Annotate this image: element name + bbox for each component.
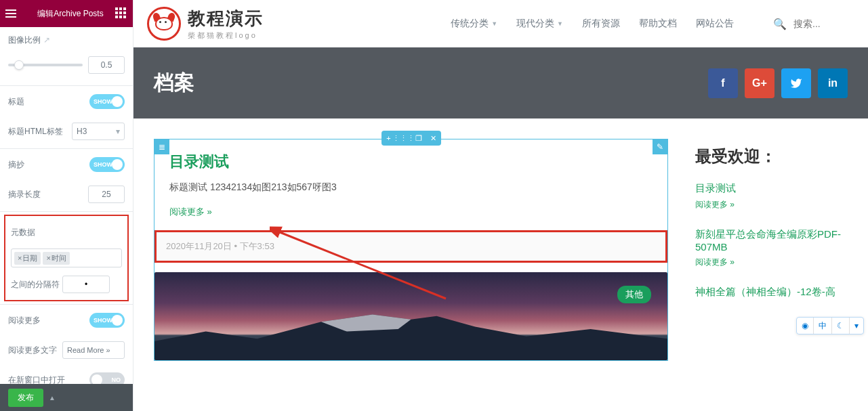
excerpt-len-input[interactable] bbox=[88, 186, 125, 203]
duplicate-section-icon[interactable]: ❐ bbox=[411, 131, 426, 146]
banner-title: 档案 bbox=[154, 69, 708, 97]
popular-link-1[interactable]: 新刻星平总会命海全编原彩PDF-507MB bbox=[695, 228, 848, 253]
logo-main-text: 教程演示 bbox=[188, 7, 264, 30]
nav-traditional[interactable]: 传统分类▼ bbox=[451, 18, 497, 30]
meta-tag-time[interactable]: 时间 bbox=[43, 252, 69, 265]
chevron-down-icon: ▼ bbox=[491, 20, 497, 27]
meta-section-highlight: 元数据 日期 时间 之间的分隔符 bbox=[4, 215, 129, 301]
title-tag-select[interactable]: H3 bbox=[72, 123, 125, 140]
ime-caret-icon[interactable]: ▾ bbox=[850, 318, 863, 334]
logo-sub-text: 柴都猫教程logo bbox=[188, 30, 264, 41]
publish-caret-icon[interactable]: ▲ bbox=[49, 394, 56, 402]
archive-widget[interactable]: ≣ ✎ 目录测试 标题测试 12342134如图213如567呀图3 阅读更多 … bbox=[154, 139, 668, 361]
read-more-link[interactable]: 阅读更多 » bbox=[169, 206, 653, 218]
new-window-label: 在新窗口中打开 bbox=[8, 374, 65, 385]
apps-icon[interactable] bbox=[115, 7, 127, 20]
linkedin-button[interactable]: in bbox=[818, 68, 848, 98]
close-section-icon[interactable]: ✕ bbox=[426, 131, 441, 146]
search-input[interactable] bbox=[793, 18, 854, 29]
menu-icon[interactable] bbox=[5, 6, 20, 21]
popular-more-1[interactable]: 阅读更多 » bbox=[695, 257, 848, 268]
excerpt-len-label: 摘录长度 bbox=[8, 189, 41, 200]
separator-input[interactable] bbox=[62, 276, 110, 293]
post-meta-highlight: 2020年11月20日 • 下午3:53 bbox=[154, 230, 667, 263]
ime-logo-icon[interactable]: ◉ bbox=[797, 318, 814, 334]
popular-title: 最受欢迎： bbox=[695, 146, 848, 167]
meta-label: 元数据 bbox=[11, 227, 35, 238]
sidebar-title: 编辑Archive Posts bbox=[26, 9, 115, 18]
post-title[interactable]: 目录测试 bbox=[169, 152, 653, 172]
publish-button[interactable]: 发布 bbox=[8, 389, 43, 407]
readmore-text-input[interactable] bbox=[62, 341, 125, 359]
post-meta-text: 2020年11月20日 • 下午3:53 bbox=[166, 241, 274, 251]
readmore-toggle[interactable]: SHOW bbox=[89, 313, 125, 328]
image-ratio-slider[interactable] bbox=[8, 64, 83, 66]
new-window-toggle[interactable]: NO bbox=[89, 372, 125, 384]
sidebar-footer: 发布 ▲ bbox=[0, 384, 133, 411]
post-image: 其他 bbox=[154, 272, 667, 360]
meta-tags-input[interactable]: 日期 时间 bbox=[11, 248, 122, 267]
excerpt-toggle[interactable]: SHOW bbox=[89, 157, 125, 172]
image-ratio-input[interactable] bbox=[88, 56, 125, 74]
meta-tag-add[interactable] bbox=[72, 253, 92, 263]
widget-handle-list-icon[interactable]: ≣ bbox=[154, 139, 169, 154]
facebook-button[interactable]: f bbox=[708, 68, 738, 98]
drag-section-icon[interactable]: ⋮⋮⋮ bbox=[396, 131, 411, 146]
popular-link-2[interactable]: 神相全篇（神相全编）-12卷-高 bbox=[695, 286, 848, 299]
popular-more-0[interactable]: 阅读更多 » bbox=[695, 199, 848, 211]
readmore-text-label: 阅读更多文字 bbox=[8, 345, 57, 356]
sidebar-header: 编辑Archive Posts bbox=[0, 0, 133, 27]
external-icon: ↗ bbox=[43, 35, 50, 45]
nav-help[interactable]: 帮助文档 bbox=[639, 18, 677, 30]
separator-label: 之间的分隔符 bbox=[11, 279, 60, 290]
site-header: 教程演示 柴都猫教程logo 传统分类▼ 现代分类▼ 所有资源 帮助文档 网站公… bbox=[133, 0, 868, 47]
post-badge[interactable]: 其他 bbox=[617, 286, 651, 303]
sidebar-body: 图像比例↗ 标题 SHOW 标题HTML标签 H3 摘抄 SHOW 摘录长度 bbox=[0, 27, 133, 384]
twitter-button[interactable] bbox=[781, 68, 811, 98]
post-excerpt: 标题测试 12342134如图213如567呀图3 bbox=[169, 181, 653, 194]
title-label: 标题 bbox=[8, 96, 24, 108]
search-icon[interactable]: 🔍 bbox=[773, 18, 787, 30]
nav-modern[interactable]: 现代分类▼ bbox=[516, 18, 563, 30]
meta-tag-date[interactable]: 日期 bbox=[14, 252, 41, 265]
ime-lang[interactable]: 中 bbox=[814, 318, 832, 334]
image-ratio-label: 图像比例 bbox=[8, 35, 41, 45]
archive-banner: 档案 f G+ in bbox=[133, 47, 868, 118]
googleplus-button[interactable]: G+ bbox=[745, 68, 774, 98]
elementor-sidebar: 编辑Archive Posts 图像比例↗ 标题 SHOW 标题HTML标签 H… bbox=[0, 0, 133, 411]
preview-area: 教程演示 柴都猫教程logo 传统分类▼ 现代分类▼ 所有资源 帮助文档 网站公… bbox=[133, 0, 868, 411]
nav-resources[interactable]: 所有资源 bbox=[582, 18, 620, 30]
readmore-label: 阅读更多 bbox=[8, 315, 41, 326]
widget-handle-edit-icon[interactable]: ✎ bbox=[653, 139, 667, 154]
excerpt-label: 摘抄 bbox=[8, 159, 24, 171]
title-tag-label: 标题HTML标签 bbox=[8, 126, 63, 137]
title-toggle[interactable]: SHOW bbox=[89, 94, 125, 109]
main-nav: 传统分类▼ 现代分类▼ 所有资源 帮助文档 网站公告 🔍 bbox=[451, 18, 854, 30]
chevron-down-icon: ▼ bbox=[557, 20, 563, 27]
popular-link-0[interactable]: 目录测试 bbox=[695, 182, 848, 195]
site-logo[interactable]: 教程演示 柴都猫教程logo bbox=[147, 7, 264, 41]
ime-widget: ◉ 中 ☾ ▾ bbox=[796, 317, 864, 334]
ime-moon-icon[interactable]: ☾ bbox=[832, 318, 850, 334]
section-toolbar: + ⋮⋮⋮ ❐ ✕ bbox=[381, 131, 441, 146]
nav-announce[interactable]: 网站公告 bbox=[696, 18, 734, 30]
